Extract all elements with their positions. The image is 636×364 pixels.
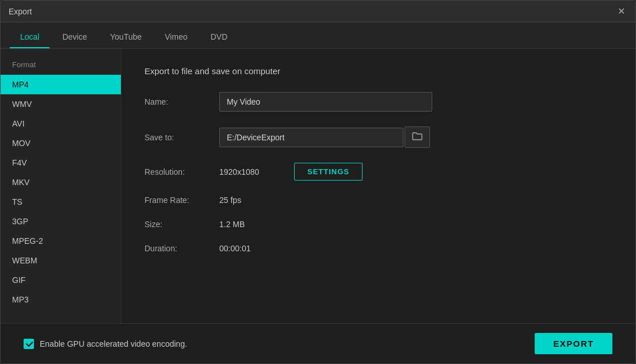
sidebar-item-f4v[interactable]: F4V — [1, 153, 121, 173]
name-input[interactable] — [219, 92, 432, 112]
close-button[interactable]: ✕ — [615, 6, 627, 17]
frame-rate-value: 25 fps — [219, 196, 241, 205]
gpu-checkbox-wrapper[interactable] — [24, 339, 34, 349]
tab-vimeo[interactable]: Vimeo — [154, 26, 197, 48]
footer: Enable GPU accelerated video encoding. E… — [1, 323, 635, 363]
window-title: Export — [9, 7, 32, 16]
name-row: Name: — [144, 92, 612, 112]
content-area: Format MP4 WMV AVI MOV F4V MKV TS 3GP MP… — [1, 49, 635, 323]
gpu-label: Enable GPU accelerated video encoding. — [40, 339, 187, 348]
resolution-row: Resolution: 1920x1080 SETTINGS — [144, 163, 612, 181]
size-value: 1.2 MB — [219, 220, 245, 229]
export-button[interactable]: EXPORT — [535, 333, 612, 354]
sidebar-item-mp4[interactable]: MP4 — [1, 75, 121, 94]
sidebar-item-mov[interactable]: MOV — [1, 133, 121, 153]
export-window: Export ✕ Local Device YouTube Vimeo DVD … — [0, 0, 636, 364]
sidebar-item-avi[interactable]: AVI — [1, 114, 121, 133]
tab-local[interactable]: Local — [10, 26, 49, 48]
duration-row: Duration: 00:00:01 — [144, 244, 612, 253]
sidebar-item-mpeg2[interactable]: MPEG-2 — [1, 231, 121, 251]
save-to-label: Save to: — [144, 133, 219, 142]
sidebar-item-ts[interactable]: TS — [1, 192, 121, 212]
folder-browse-button[interactable] — [405, 127, 430, 148]
folder-icon — [412, 132, 422, 141]
title-bar: Export ✕ — [1, 1, 635, 22]
size-row: Size: 1.2 MB — [144, 220, 612, 229]
resolution-value: 1920x1080 — [219, 167, 283, 177]
settings-button[interactable]: SETTINGS — [294, 163, 363, 181]
tab-bar: Local Device YouTube Vimeo DVD — [1, 22, 635, 49]
sidebar-item-gif[interactable]: GIF — [1, 270, 121, 290]
tab-youtube[interactable]: YouTube — [100, 26, 152, 48]
sidebar-item-mkv[interactable]: MKV — [1, 173, 121, 192]
name-label: Name: — [144, 97, 219, 106]
gpu-encoding-row: Enable GPU accelerated video encoding. — [24, 339, 187, 349]
sidebar-item-3gp[interactable]: 3GP — [1, 212, 121, 231]
duration-label: Duration: — [144, 244, 219, 253]
save-to-input[interactable] — [219, 128, 403, 147]
resolution-label: Resolution: — [144, 167, 219, 177]
sidebar: Format MP4 WMV AVI MOV F4V MKV TS 3GP MP… — [1, 49, 121, 323]
sidebar-heading: Format — [1, 57, 121, 75]
sidebar-item-mp3[interactable]: MP3 — [1, 290, 121, 309]
resolution-controls: 1920x1080 SETTINGS — [219, 163, 363, 181]
size-label: Size: — [144, 220, 219, 229]
tab-device[interactable]: Device — [52, 26, 97, 48]
frame-rate-row: Frame Rate: 25 fps — [144, 196, 612, 205]
main-panel: Export to file and save on computer Name… — [121, 49, 635, 323]
sidebar-item-wmv[interactable]: WMV — [1, 94, 121, 114]
tab-dvd[interactable]: DVD — [200, 26, 238, 48]
section-title: Export to file and save on computer — [144, 66, 612, 76]
duration-value: 00:00:01 — [219, 244, 251, 253]
save-to-row: Save to: — [144, 127, 612, 148]
frame-rate-label: Frame Rate: — [144, 196, 219, 205]
sidebar-item-webm[interactable]: WEBM — [1, 251, 121, 270]
save-to-input-group — [219, 127, 430, 148]
